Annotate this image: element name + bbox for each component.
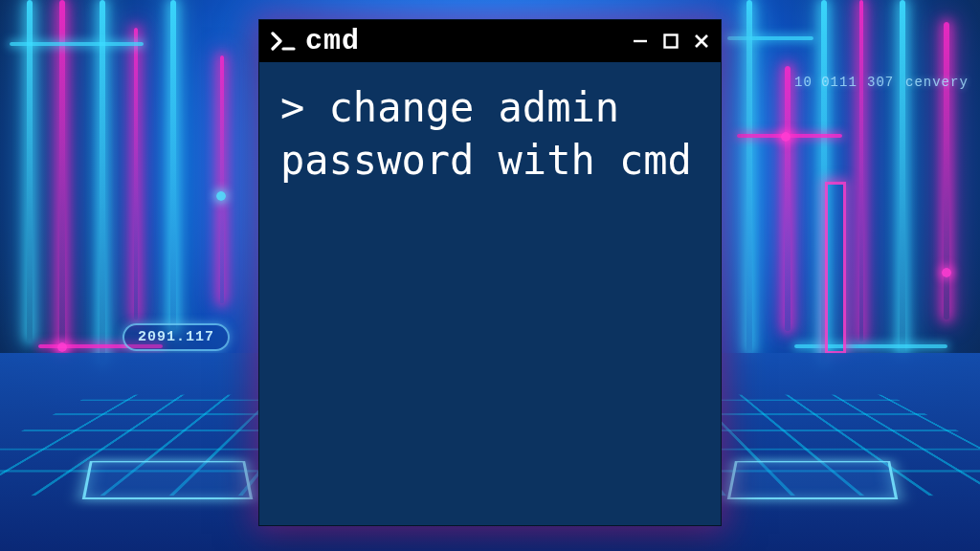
floor-pad [727,461,899,499]
window-title: cmd [305,25,360,57]
minimize-button[interactable] [631,32,650,51]
circuit-line [859,0,863,342]
bg-label: cenvery [905,75,969,90]
maximize-button[interactable] [661,32,680,51]
circuit-line [785,66,791,331]
circuit-node [216,191,226,201]
circuit-node [57,342,67,352]
circuit-node [942,268,951,277]
svg-rect-2 [665,35,678,48]
bg-label: 2091.117 [122,323,230,351]
floor-pad [82,461,254,499]
terminal-prompt-icon [271,31,296,52]
circuit-line [746,0,752,353]
circuit-line [220,55,224,303]
circuit-node [781,132,791,142]
command-text: > change admin password with cmd [280,84,692,184]
bg-label: 307 [867,75,894,90]
circuit-line [10,42,144,46]
circuit-line [134,28,138,320]
titlebar[interactable]: cmd [259,20,721,62]
close-button[interactable] [692,32,711,51]
circuit-line [727,36,813,40]
circuit-line [100,0,105,364]
window-controls [631,32,711,51]
circuit-line [59,0,65,353]
terminal-body[interactable]: > change admin password with cmd [259,62,721,207]
circuit-line [27,0,33,342]
circuit-line [170,0,176,331]
terminal-window: cmd > change admin password with cmd [258,19,722,526]
circuit-block [825,182,846,354]
circuit-line [794,344,947,348]
circuit-line [900,0,905,353]
bg-label: 10 0111 [794,75,858,90]
